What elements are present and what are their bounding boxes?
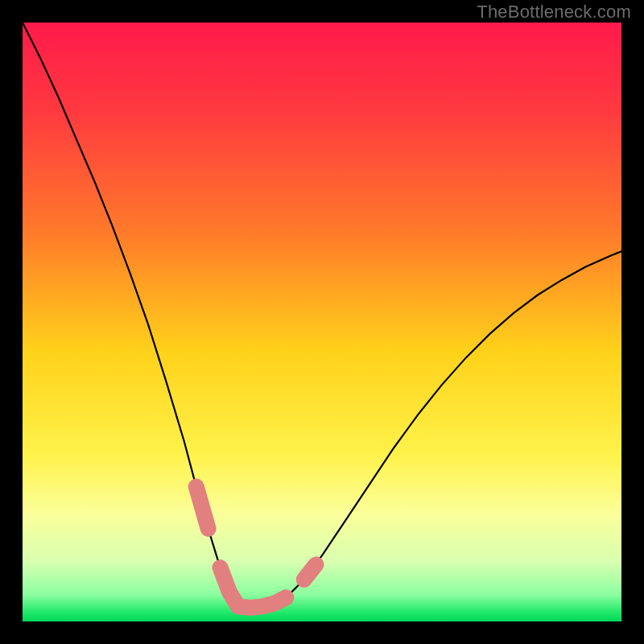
bottleneck-chart [0, 0, 644, 644]
highlight-segment [304, 564, 316, 580]
watermark-text: TheBottleneck.com [477, 2, 631, 23]
plot-gradient-background [23, 23, 621, 621]
chart-frame: TheBottleneck.com [0, 0, 644, 644]
